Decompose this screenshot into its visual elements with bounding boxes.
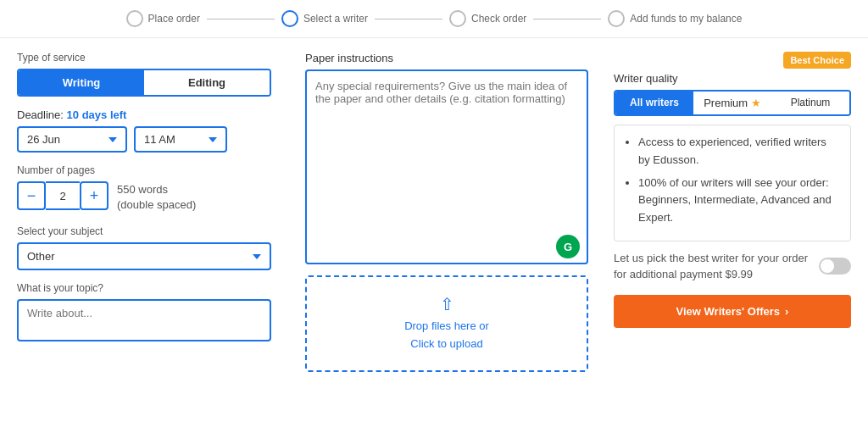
topic-label: What is your topic? — [17, 282, 271, 294]
writing-toggle-btn[interactable]: Writing — [19, 70, 144, 95]
page-count: 2 — [46, 181, 80, 210]
date-chevron-icon — [108, 137, 117, 142]
main-content: Type of service Writing Editing Deadline… — [0, 38, 868, 386]
step-line-3 — [533, 19, 601, 19]
progress-bar: Place order Select a writer Check order … — [0, 0, 868, 38]
topic-input[interactable] — [17, 299, 271, 341]
step-line-2 — [375, 19, 442, 19]
step-select-writer: Select a writer — [281, 10, 368, 27]
best-choice-badge: Best Choice — [783, 52, 851, 69]
deadline-value: 10 days left — [67, 108, 127, 121]
middle-panel: Paper instructions G ⇧ Drop files here o… — [288, 52, 605, 372]
view-writers-offers-btn[interactable]: View Writers' Offers › — [614, 295, 851, 328]
time-chevron-icon — [209, 137, 217, 142]
instructions-textarea[interactable] — [305, 69, 588, 264]
step-check-order: Check order — [449, 10, 526, 27]
subject-section: Select your subject Other — [17, 225, 271, 270]
date-select[interactable]: 26 Jun — [17, 126, 127, 153]
date-value: 26 Jun — [27, 133, 60, 146]
step-label-place-order: Place order — [148, 13, 200, 25]
subject-value: Other — [27, 250, 55, 263]
best-writer-row: Let us pick the best writer for your ord… — [614, 250, 851, 283]
step-add-funds: Add funds to my balance — [608, 10, 742, 27]
step-line-1 — [207, 19, 275, 19]
instructions-wrapper: G — [305, 69, 588, 267]
best-writer-text: Let us pick the best writer for your ord… — [614, 250, 819, 283]
premium-star-icon: ★ — [748, 97, 761, 109]
step-label-check-order: Check order — [471, 13, 526, 25]
pages-control: − 2 + — [17, 181, 108, 210]
step-label-add-funds: Add funds to my balance — [630, 13, 742, 25]
pages-label: Number of pages — [17, 164, 271, 176]
time-value: 11 AM — [144, 133, 175, 146]
bullet-2: 100% of our writers will see your order:… — [638, 175, 838, 227]
editing-toggle-btn[interactable]: Editing — [144, 70, 270, 95]
upload-area[interactable]: ⇧ Drop files here or Click to upload — [305, 275, 588, 372]
upload-text: Drop files here or Click to upload — [324, 318, 570, 353]
step-circle-place-order — [126, 10, 143, 27]
step-place-order: Place order — [126, 10, 200, 27]
right-panel: Best Choice Writer quality All writers P… — [605, 52, 851, 372]
topic-section: What is your topic? — [17, 282, 271, 344]
tab-all-writers[interactable]: All writers — [615, 92, 693, 114]
left-panel: Type of service Writing Editing Deadline… — [17, 52, 288, 372]
step-circle-check-order — [449, 10, 466, 27]
step-label-select-writer: Select a writer — [303, 13, 368, 25]
upload-icon: ⇧ — [324, 294, 570, 314]
step-circle-select-writer — [281, 10, 298, 27]
step-circle-add-funds — [608, 10, 625, 27]
subject-chevron-icon — [253, 254, 261, 259]
quality-tabs: All writers Premium ★ Platinum — [614, 90, 851, 116]
grammarly-icon: G — [556, 235, 580, 258]
time-select[interactable]: 11 AM — [134, 126, 227, 153]
writer-info-box: Access to experienced, verified writers … — [614, 125, 851, 241]
tab-platinum[interactable]: Platinum — [771, 92, 849, 114]
decrease-pages-btn[interactable]: − — [17, 181, 46, 210]
subject-label: Select your subject — [17, 225, 271, 237]
writer-quality-label: Writer quality — [614, 72, 851, 85]
subject-dropdown[interactable]: Other — [17, 242, 271, 270]
increase-pages-btn[interactable]: + — [80, 181, 108, 210]
bullet-1: Access to experienced, verified writers … — [638, 134, 838, 169]
service-toggle: Writing Editing — [17, 69, 271, 97]
words-label: 550 words (double spaced) — [117, 182, 196, 213]
tab-premium[interactable]: Premium ★ — [693, 92, 771, 114]
best-writer-toggle[interactable] — [819, 258, 851, 275]
deadline-inputs: 26 Jun 11 AM — [17, 126, 271, 153]
instructions-label: Paper instructions — [305, 52, 588, 64]
deadline-label: Deadline: 10 days left — [17, 108, 271, 121]
service-type-label: Type of service — [17, 52, 271, 64]
pages-section: − 2 + 550 words (double spaced) — [17, 181, 271, 214]
